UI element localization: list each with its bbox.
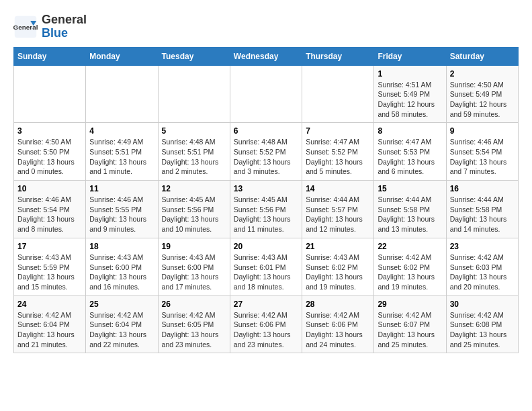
- day-number: 28: [306, 300, 370, 309]
- day-number: 15: [378, 184, 442, 193]
- day-detail: Sunrise: 4:49 AMSunset: 5:51 PMDaylight:…: [89, 137, 154, 177]
- day-number: 16: [450, 184, 515, 193]
- page-header: General General Blue: [13, 13, 519, 40]
- day-number: 25: [89, 300, 154, 309]
- day-detail: Sunrise: 4:42 AMSunset: 6:05 PMDaylight:…: [162, 310, 226, 350]
- day-number: 24: [17, 300, 82, 309]
- calendar-cell: 6Sunrise: 4:48 AMSunset: 5:52 PMDaylight…: [230, 123, 302, 181]
- header-sunday: Sunday: [14, 47, 86, 65]
- day-detail: Sunrise: 4:43 AMSunset: 6:00 PMDaylight:…: [89, 253, 154, 292]
- day-number: 11: [89, 184, 154, 193]
- logo-text: General Blue: [42, 13, 87, 40]
- calendar-cell: 2Sunrise: 4:50 AMSunset: 5:49 PMDaylight…: [446, 65, 518, 123]
- calendar-cell: 13Sunrise: 4:45 AMSunset: 5:56 PMDayligh…: [230, 181, 302, 238]
- calendar-week-2: 3Sunrise: 4:50 AMSunset: 5:50 PMDaylight…: [14, 123, 519, 181]
- calendar-cell: 14Sunrise: 4:44 AMSunset: 5:57 PMDayligh…: [302, 181, 374, 238]
- day-number: 20: [234, 242, 298, 251]
- day-number: 2: [450, 69, 515, 79]
- calendar-cell: 12Sunrise: 4:45 AMSunset: 5:56 PMDayligh…: [158, 181, 230, 238]
- calendar-cell: 18Sunrise: 4:43 AMSunset: 6:00 PMDayligh…: [86, 238, 158, 295]
- day-number: 3: [17, 126, 82, 136]
- calendar-cell: [14, 65, 86, 123]
- calendar-cell: 3Sunrise: 4:50 AMSunset: 5:50 PMDaylight…: [14, 123, 86, 181]
- day-number: 1: [378, 69, 442, 79]
- day-detail: Sunrise: 4:43 AMSunset: 6:02 PMDaylight:…: [306, 253, 370, 292]
- calendar-cell: 7Sunrise: 4:47 AMSunset: 5:52 PMDaylight…: [302, 123, 374, 181]
- header-thursday: Thursday: [302, 47, 374, 65]
- day-detail: Sunrise: 4:51 AMSunset: 5:49 PMDaylight:…: [378, 80, 442, 120]
- day-detail: Sunrise: 4:43 AMSunset: 5:59 PMDaylight:…: [17, 253, 82, 292]
- calendar-week-4: 17Sunrise: 4:43 AMSunset: 5:59 PMDayligh…: [14, 238, 519, 295]
- day-number: 18: [89, 242, 154, 251]
- day-detail: Sunrise: 4:47 AMSunset: 5:53 PMDaylight:…: [378, 137, 442, 177]
- day-number: 12: [162, 184, 226, 193]
- day-number: 19: [162, 242, 226, 251]
- calendar-cell: [158, 65, 230, 123]
- day-detail: Sunrise: 4:44 AMSunset: 5:58 PMDaylight:…: [450, 195, 515, 234]
- day-detail: Sunrise: 4:43 AMSunset: 6:00 PMDaylight:…: [162, 253, 226, 292]
- day-detail: Sunrise: 4:46 AMSunset: 5:54 PMDaylight:…: [450, 137, 515, 177]
- day-number: 14: [306, 184, 370, 193]
- header-saturday: Saturday: [446, 47, 518, 65]
- header-friday: Friday: [374, 47, 446, 65]
- day-number: 9: [450, 126, 515, 136]
- calendar-cell: [86, 65, 158, 123]
- day-detail: Sunrise: 4:45 AMSunset: 5:56 PMDaylight:…: [162, 195, 226, 234]
- day-detail: Sunrise: 4:42 AMSunset: 6:06 PMDaylight:…: [306, 310, 370, 350]
- calendar-week-1: 1Sunrise: 4:51 AMSunset: 5:49 PMDaylight…: [14, 65, 519, 123]
- day-number: 10: [17, 184, 82, 193]
- day-number: 29: [378, 300, 442, 309]
- calendar-cell: 19Sunrise: 4:43 AMSunset: 6:00 PMDayligh…: [158, 238, 230, 295]
- calendar-cell: [230, 65, 302, 123]
- weekday-header-row: Sunday Monday Tuesday Wednesday Thursday…: [14, 47, 519, 65]
- calendar-cell: 22Sunrise: 4:42 AMSunset: 6:02 PMDayligh…: [374, 238, 446, 295]
- header-monday: Monday: [86, 47, 158, 65]
- calendar-cell: 9Sunrise: 4:46 AMSunset: 5:54 PMDaylight…: [446, 123, 518, 181]
- day-number: 27: [234, 300, 298, 309]
- day-detail: Sunrise: 4:44 AMSunset: 5:57 PMDaylight:…: [306, 195, 370, 234]
- calendar-week-3: 10Sunrise: 4:46 AMSunset: 5:54 PMDayligh…: [14, 181, 519, 238]
- day-detail: Sunrise: 4:42 AMSunset: 6:07 PMDaylight:…: [378, 310, 442, 350]
- calendar-cell: 1Sunrise: 4:51 AMSunset: 5:49 PMDaylight…: [374, 65, 446, 123]
- day-number: 22: [378, 242, 442, 251]
- logo: General General Blue: [13, 13, 87, 40]
- calendar-cell: 15Sunrise: 4:44 AMSunset: 5:58 PMDayligh…: [374, 181, 446, 238]
- day-detail: Sunrise: 4:50 AMSunset: 5:49 PMDaylight:…: [450, 80, 515, 120]
- calendar-cell: 10Sunrise: 4:46 AMSunset: 5:54 PMDayligh…: [14, 181, 86, 238]
- day-number: 26: [162, 300, 226, 309]
- calendar-cell: 17Sunrise: 4:43 AMSunset: 5:59 PMDayligh…: [14, 238, 86, 295]
- calendar-cell: 30Sunrise: 4:42 AMSunset: 6:08 PMDayligh…: [446, 295, 518, 353]
- day-number: 8: [378, 126, 442, 136]
- calendar-cell: 29Sunrise: 4:42 AMSunset: 6:07 PMDayligh…: [374, 295, 446, 353]
- day-detail: Sunrise: 4:50 AMSunset: 5:50 PMDaylight:…: [17, 137, 82, 177]
- calendar-cell: 28Sunrise: 4:42 AMSunset: 6:06 PMDayligh…: [302, 295, 374, 353]
- calendar-cell: 16Sunrise: 4:44 AMSunset: 5:58 PMDayligh…: [446, 181, 518, 238]
- day-detail: Sunrise: 4:42 AMSunset: 6:06 PMDaylight:…: [234, 310, 298, 350]
- calendar-cell: 8Sunrise: 4:47 AMSunset: 5:53 PMDaylight…: [374, 123, 446, 181]
- day-number: 7: [306, 126, 370, 136]
- day-detail: Sunrise: 4:42 AMSunset: 6:08 PMDaylight:…: [450, 310, 515, 350]
- day-number: 30: [450, 300, 515, 309]
- day-detail: Sunrise: 4:45 AMSunset: 5:56 PMDaylight:…: [234, 195, 298, 234]
- day-detail: Sunrise: 4:42 AMSunset: 6:04 PMDaylight:…: [17, 310, 82, 350]
- day-number: 5: [162, 126, 226, 136]
- day-number: 6: [234, 126, 298, 136]
- day-detail: Sunrise: 4:46 AMSunset: 5:55 PMDaylight:…: [89, 195, 154, 234]
- header-wednesday: Wednesday: [230, 47, 302, 65]
- calendar-table: Sunday Monday Tuesday Wednesday Thursday…: [13, 47, 519, 354]
- calendar-cell: 21Sunrise: 4:43 AMSunset: 6:02 PMDayligh…: [302, 238, 374, 295]
- calendar-cell: 5Sunrise: 4:48 AMSunset: 5:51 PMDaylight…: [158, 123, 230, 181]
- day-number: 17: [17, 242, 82, 251]
- day-detail: Sunrise: 4:47 AMSunset: 5:52 PMDaylight:…: [306, 137, 370, 177]
- calendar-cell: [302, 65, 374, 123]
- calendar-cell: 26Sunrise: 4:42 AMSunset: 6:05 PMDayligh…: [158, 295, 230, 353]
- day-detail: Sunrise: 4:42 AMSunset: 6:02 PMDaylight:…: [378, 253, 442, 292]
- day-detail: Sunrise: 4:43 AMSunset: 6:01 PMDaylight:…: [234, 253, 298, 292]
- day-number: 23: [450, 242, 515, 251]
- day-detail: Sunrise: 4:48 AMSunset: 5:51 PMDaylight:…: [162, 137, 226, 177]
- day-number: 21: [306, 242, 370, 251]
- calendar-cell: 25Sunrise: 4:42 AMSunset: 6:04 PMDayligh…: [86, 295, 158, 353]
- day-number: 13: [234, 184, 298, 193]
- calendar-cell: 27Sunrise: 4:42 AMSunset: 6:06 PMDayligh…: [230, 295, 302, 353]
- day-number: 4: [89, 126, 154, 136]
